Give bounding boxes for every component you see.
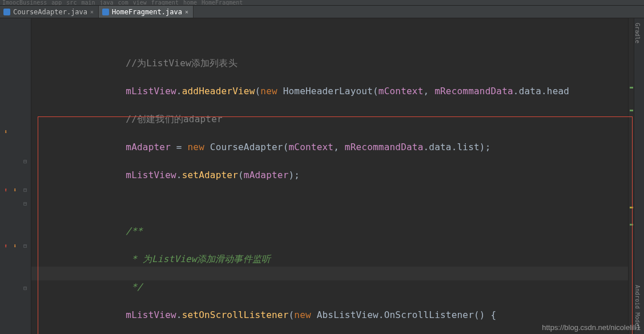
java-class-icon [102, 9, 109, 15]
marker-icon[interactable] [630, 207, 633, 208]
tab-course-adapter[interactable]: CourseAdapter.java ✕ [0, 6, 99, 18]
breadcrumb[interactable]: com [118, 0, 128, 6]
close-icon[interactable]: ✕ [90, 9, 94, 15]
code-text: //创建我们的adapter [126, 114, 223, 124]
breadcrumb[interactable]: ImoocBusiness [2, 0, 47, 6]
marker-icon[interactable] [630, 110, 633, 111]
right-tool-strip: Gradle Android Model [634, 18, 644, 334]
implements-up-icon[interactable]: ⬆ [1, 185, 10, 194]
tab-home-fragment[interactable]: HomeFragment.java ✕ [99, 6, 194, 18]
tool-window-gradle[interactable]: Gradle [634, 23, 641, 43]
override-down-icon[interactable]: ⬇ [1, 127, 10, 136]
editor-tabs: CourseAdapter.java ✕ HomeFragment.java ✕ [0, 6, 644, 18]
fold-icon[interactable]: ⊟ [22, 186, 29, 193]
watermark: https://blog.csdn.net/nicolelili1 [542, 323, 641, 332]
breadcrumb[interactable]: src [66, 0, 77, 6]
code-text: mListView [126, 86, 176, 96]
breadcrumb[interactable]: app [51, 0, 62, 6]
code-editor[interactable]: //为ListView添加列表头 mListView.addHeaderView… [31, 18, 628, 334]
code-text: mListView [126, 170, 176, 180]
override-down-icon[interactable]: ⬇ [10, 185, 19, 194]
code-text: * 为ListView添加滑动事件监听 [126, 253, 271, 264]
close-icon[interactable]: ✕ [185, 9, 188, 15]
breadcrumb[interactable]: view [133, 0, 147, 6]
breadcrumb[interactable]: fragment [151, 0, 179, 6]
code-text: mListView [126, 309, 176, 320]
breadcrumb[interactable]: java [100, 0, 114, 6]
current-line-highlight [31, 267, 628, 281]
fold-icon[interactable]: ⊟ [22, 158, 29, 164]
error-stripe[interactable] [628, 18, 634, 334]
tab-label: CourseAdapter.java [13, 8, 87, 16]
gutter[interactable]: ⬇ ⬆ ⬇ ⬆ ⬇ ⊟ ⊟ ⊟ ⊟ ⊟ [0, 18, 31, 334]
marker-icon[interactable] [630, 87, 633, 88]
breadcrumb[interactable]: HomeFragment [202, 0, 243, 6]
code-text: mAdapter [126, 142, 171, 152]
breadcrumb-bar: ImoocBusiness app src main java com view… [0, 0, 644, 6]
code-text: //为ListView添加列表头 [126, 58, 238, 69]
implements-up-icon[interactable]: ⬆ [1, 241, 10, 250]
fold-icon[interactable]: ⊟ [22, 284, 29, 291]
tab-label: HomeFragment.java [112, 8, 182, 16]
breadcrumb[interactable]: main [81, 0, 95, 6]
override-down-icon[interactable]: ⬇ [10, 241, 19, 250]
fold-icon[interactable]: ⊟ [22, 242, 29, 249]
code-text: */ [126, 281, 143, 292]
code-text: /** [126, 226, 143, 236]
marker-icon[interactable] [630, 224, 633, 226]
fold-icon[interactable]: ⊟ [22, 200, 29, 207]
breadcrumb[interactable]: home [183, 0, 197, 6]
java-class-icon [3, 9, 10, 15]
editor-area: ⬇ ⬆ ⬇ ⬆ ⬇ ⊟ ⊟ ⊟ ⊟ ⊟ //为ListView添加列表头 mLi… [0, 18, 644, 334]
